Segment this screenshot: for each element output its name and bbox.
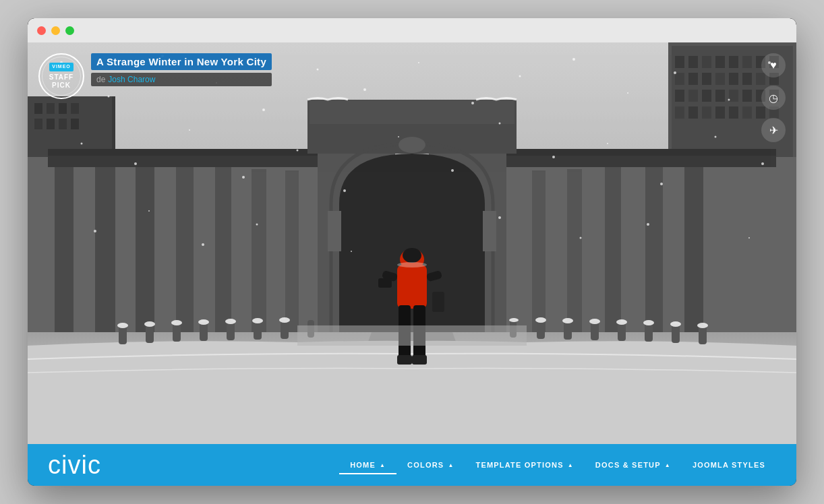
svg-rect-31 [715, 106, 725, 119]
svg-point-136 [297, 150, 299, 152]
svg-point-143 [660, 183, 663, 185]
svg-rect-43 [47, 119, 55, 129]
svg-point-151 [498, 216, 501, 219]
svg-point-99 [562, 318, 573, 323]
svg-point-140 [499, 123, 501, 125]
svg-point-91 [144, 321, 155, 327]
svg-rect-51 [176, 165, 194, 339]
svg-point-123 [363, 88, 366, 91]
svg-point-70 [399, 137, 425, 153]
svg-rect-115 [412, 355, 427, 365]
svg-rect-5 [688, 56, 698, 68]
svg-rect-61 [605, 167, 621, 339]
svg-rect-74 [119, 325, 127, 344]
svg-point-97 [509, 318, 519, 322]
svg-rect-62 [645, 165, 663, 339]
svg-rect-76 [173, 323, 181, 342]
svg-point-125 [471, 102, 474, 104]
svg-point-127 [572, 58, 575, 61]
svg-point-139 [451, 169, 454, 172]
close-button[interactable] [37, 26, 46, 35]
svg-rect-15 [715, 73, 725, 85]
colors-caret-icon: ▲ [448, 462, 454, 468]
svg-rect-87 [645, 323, 653, 342]
svg-rect-50 [136, 162, 154, 339]
svg-point-152 [580, 237, 582, 239]
maximize-button[interactable] [65, 26, 74, 35]
nav-item-template-options[interactable]: TEMPLATE OPTIONS ▲ [465, 455, 585, 474]
hero-section[interactable]: vimeo STAFF PICK A Strange Winter in New… [28, 42, 796, 444]
svg-point-103 [670, 321, 681, 327]
svg-rect-48 [55, 164, 73, 339]
svg-point-93 [198, 319, 209, 325]
svg-point-137 [343, 189, 346, 192]
svg-rect-44 [59, 119, 67, 129]
staff-pick-text-line2: PICK [52, 82, 71, 90]
svg-rect-41 [71, 103, 79, 114]
svg-rect-33 [742, 106, 752, 119]
nav-bar: civic HOME ▲ COLORS ▲ TEMPLATE OPTIONS ▲… [28, 444, 796, 486]
staff-pick-text-line1: STAFF [49, 73, 73, 82]
watch-later-button[interactable]: ◷ [761, 86, 786, 110]
svg-rect-52 [215, 167, 231, 339]
svg-rect-110 [378, 278, 392, 288]
nav-menu: HOME ▲ COLORS ▲ TEMPLATE OPTIONS ▲ DOCS … [339, 455, 776, 474]
svg-point-96 [279, 317, 290, 323]
heart-button[interactable]: ♥ [761, 53, 786, 77]
browser-content: vimeo STAFF PICK A Strange Winter in New… [28, 42, 796, 486]
svg-point-153 [647, 223, 649, 226]
hero-scene-svg [28, 42, 796, 444]
nav-item-joomla-styles[interactable]: JOOMLA STYLES [682, 455, 776, 474]
nav-brand: civic [48, 452, 101, 478]
svg-point-116 [397, 262, 427, 267]
svg-rect-86 [618, 322, 626, 341]
svg-rect-89 [699, 325, 707, 344]
svg-rect-80 [281, 320, 289, 339]
svg-rect-14 [702, 73, 711, 85]
svg-point-94 [225, 319, 236, 324]
svg-rect-75 [146, 324, 154, 343]
template-options-caret-icon: ▲ [568, 462, 574, 468]
svg-point-148 [202, 243, 204, 246]
svg-rect-111 [432, 292, 444, 312]
svg-point-132 [81, 143, 83, 145]
svg-rect-32 [729, 106, 738, 119]
svg-point-130 [728, 99, 730, 101]
svg-rect-69 [310, 100, 514, 124]
svg-rect-84 [564, 321, 572, 340]
nav-label-colors: COLORS [407, 461, 444, 469]
svg-rect-4 [675, 56, 684, 68]
svg-point-121 [262, 108, 265, 111]
svg-point-95 [252, 318, 263, 323]
svg-rect-24 [729, 90, 738, 102]
author-name: Josh Charow [108, 75, 155, 84]
docs-setup-caret-icon: ▲ [665, 462, 671, 468]
svg-rect-105 [397, 265, 427, 309]
svg-point-128 [627, 92, 628, 94]
share-button[interactable]: ✈ [761, 118, 786, 142]
svg-rect-20 [675, 90, 684, 102]
svg-rect-58 [474, 157, 796, 344]
minimize-button[interactable] [51, 26, 60, 35]
svg-rect-39 [47, 103, 55, 114]
nav-item-home[interactable]: HOME ▲ [339, 455, 396, 474]
video-author: deJosh Charow [91, 73, 272, 86]
svg-rect-8 [729, 56, 738, 68]
svg-point-146 [94, 230, 96, 232]
svg-point-122 [317, 69, 319, 71]
vimeo-overlay: vimeo STAFF PICK A Strange Winter in New… [38, 53, 272, 99]
svg-point-92 [171, 320, 182, 325]
svg-point-147 [148, 210, 150, 212]
action-icons: ♥ ◷ ✈ [761, 53, 786, 142]
svg-rect-54 [285, 170, 299, 339]
svg-rect-71 [328, 211, 341, 251]
nav-item-colors[interactable]: COLORS ▲ [396, 455, 465, 474]
svg-point-102 [643, 320, 654, 325]
svg-point-124 [418, 62, 419, 63]
svg-point-149 [256, 224, 258, 226]
nav-label-template-options: TEMPLATE OPTIONS [476, 461, 564, 469]
svg-rect-88 [672, 324, 680, 343]
svg-point-100 [589, 319, 600, 324]
svg-rect-17 [742, 73, 752, 85]
nav-item-docs-setup[interactable]: DOCS & SETUP ▲ [585, 455, 682, 474]
